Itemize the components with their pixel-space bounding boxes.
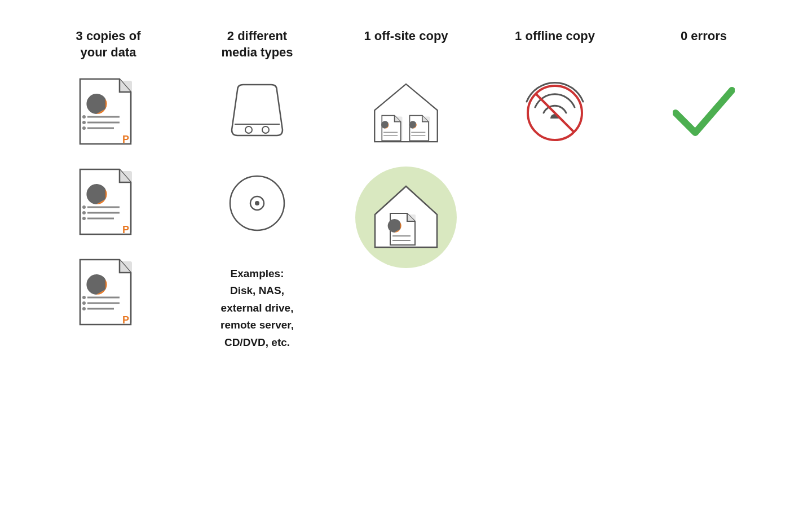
svg-text:P: P xyxy=(122,314,129,326)
svg-point-4 xyxy=(82,115,86,119)
column-offline: 1 offline copy xyxy=(480,23,629,152)
svg-point-22 xyxy=(82,307,86,310)
col-header-offsite: 1 off-site copy xyxy=(364,23,448,68)
icons-media: Examples: Disk, NAS, external drive, rem… xyxy=(220,73,294,351)
svg-text:P: P xyxy=(122,224,129,235)
svg-point-12 xyxy=(82,205,86,209)
icons-errors xyxy=(673,73,735,152)
column-offsite: 1 off-site copy xyxy=(332,23,480,271)
doc-icon-2: P xyxy=(77,164,139,243)
col-header-copies: 3 copies ofyour data xyxy=(76,23,141,68)
examples-text: Examples: Disk, NAS, external drive, rem… xyxy=(220,265,294,351)
column-copies: 3 copies ofyour data xyxy=(34,23,183,333)
col-header-media: 2 differentmedia types xyxy=(221,23,293,68)
svg-point-21 xyxy=(82,301,86,305)
main-container: 3 copies ofyour data xyxy=(0,0,812,362)
col-header-errors: 0 errors xyxy=(681,23,727,68)
column-errors: 0 errors xyxy=(629,23,778,152)
svg-point-20 xyxy=(82,296,86,299)
svg-text:P: P xyxy=(122,134,129,145)
no-wifi-icon xyxy=(521,73,589,152)
nas-device-icon xyxy=(223,73,291,152)
svg-point-6 xyxy=(82,126,86,130)
icons-offline xyxy=(521,73,589,152)
icons-copies: P P xyxy=(77,73,139,333)
svg-point-13 xyxy=(82,211,86,214)
home-highlight-icon xyxy=(352,164,460,271)
col-header-offline: 1 offline copy xyxy=(515,23,595,68)
svg-point-29 xyxy=(255,201,259,205)
doc-icon-3: P xyxy=(77,254,139,333)
green-checkmark-icon xyxy=(673,73,735,152)
svg-point-14 xyxy=(82,217,86,220)
cd-disc-icon xyxy=(226,164,288,243)
doc-icon-1: P xyxy=(77,73,139,152)
svg-point-5 xyxy=(82,121,86,124)
house-two-docs-icon xyxy=(369,73,443,152)
column-media: 2 differentmedia types xyxy=(183,23,332,351)
icons-offsite xyxy=(352,73,460,271)
